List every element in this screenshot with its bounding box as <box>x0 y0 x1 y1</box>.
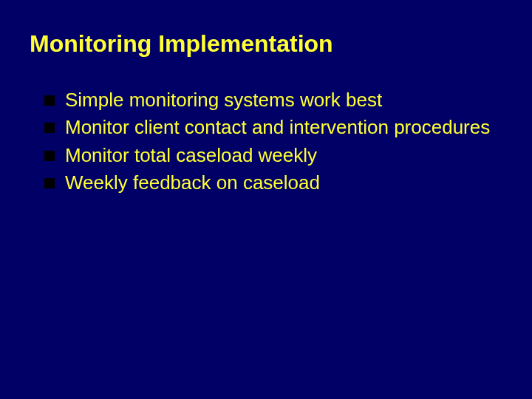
bullet-text: Simple monitoring systems work best <box>65 87 502 113</box>
square-bullet-icon <box>44 95 55 106</box>
bullet-text: Monitor total caseload weekly <box>65 143 502 168</box>
list-item: Monitor total caseload weekly <box>44 143 502 168</box>
list-item: Monitor client contact and intervention … <box>44 115 502 140</box>
bullet-text: Monitor client contact and intervention … <box>65 115 502 140</box>
bullet-list: Simple monitoring systems work best Moni… <box>44 87 502 195</box>
list-item: Simple monitoring systems work best <box>44 87 502 113</box>
square-bullet-icon <box>44 178 55 188</box>
list-item: Weekly feedback on caseload <box>44 170 502 196</box>
slide: Monitoring Implementation Simple monitor… <box>0 0 532 399</box>
square-bullet-icon <box>44 151 55 161</box>
slide-title: Monitoring Implementation <box>30 30 502 58</box>
bullet-text: Weekly feedback on caseload <box>65 170 502 196</box>
square-bullet-icon <box>44 123 55 133</box>
